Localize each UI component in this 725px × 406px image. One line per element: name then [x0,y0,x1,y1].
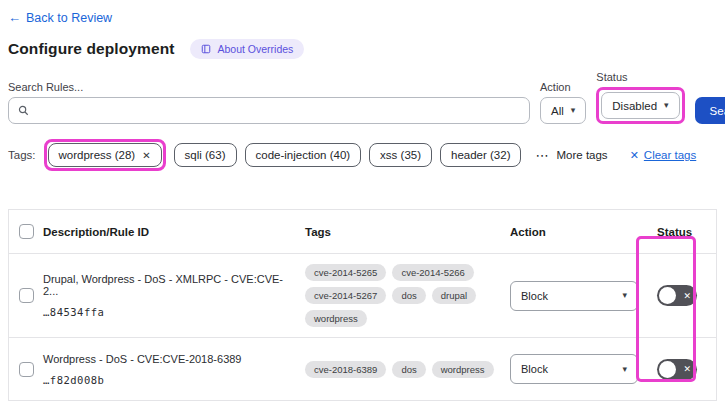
back-arrow-icon: ← [8,11,21,24]
status-toggle[interactable]: ✕ [657,359,697,380]
tags-cell: cve-2014-5265cve-2014-5266cve-2014-5267d… [305,264,510,327]
tag-pill: cve-2014-5267 [305,287,386,304]
tag-pill: dos [392,361,425,378]
ellipsis-icon: ⋯ [535,149,549,162]
row-checkbox-cell [9,362,43,377]
chevron-down-icon: ▾ [571,106,576,115]
rule-description: Drupal, Wordpress - DoS - XMLRPC - CVE:C… [43,273,291,297]
action-cell: Block▾ [510,354,647,384]
search-button[interactable]: Search [695,97,725,124]
col-header-description: Description/Rule ID [43,226,305,238]
action-dropdown-value: All [551,105,564,117]
action-cell: Block▾ [510,281,647,311]
col-header-action: Action [510,226,647,238]
status-dropdown[interactable]: Disabled ▾ [601,92,679,119]
about-overrides-label: About Overrides [217,43,293,55]
filter-row: Search Rules... Action All ▾ Status Disa… [8,71,717,124]
header-checkbox-cell [9,224,43,239]
row-checkbox[interactable] [19,362,34,377]
status-toggle[interactable]: ✕ [657,285,697,306]
tag-pill: wordpress [305,310,367,327]
search-rules-label: Search Rules... [8,81,530,93]
configure-deployment-page: ← Back to Review Configure deployment Ab… [0,0,725,406]
clear-x-icon: ✕ [630,149,639,162]
tag-chip[interactable]: header (32) [440,143,521,167]
description-cell: Wordpress - DoS - CVE:CVE-2018-6389…f82d… [43,353,305,386]
action-select[interactable]: Block▾ [510,281,638,311]
status-filter-group: Status Disabled ▾ [596,71,684,124]
chevron-down-icon: ▾ [664,101,669,110]
table-row: Wordpress - DoS - CVE:CVE-2018-6389…f82d… [9,338,716,400]
more-tags-label: More tags [556,149,607,161]
chevron-down-icon: ▾ [622,291,627,300]
tags-cell: cve-2018-6389doswordpress [305,361,510,378]
status-cell: ✕ [647,359,716,380]
status-dropdown-highlight: Disabled ▾ [596,87,684,124]
select-all-checkbox[interactable] [19,224,34,239]
rule-description: Wordpress - DoS - CVE:CVE-2018-6389 [43,353,291,365]
book-icon [201,44,211,54]
status-dropdown-value: Disabled [612,100,657,112]
tag-chip-list: sqli (63)code-injection (40)xss (35)head… [174,143,530,167]
description-cell: Drupal, Wordpress - DoS - XMLRPC - CVE:C… [43,273,305,318]
toggle-knob [659,287,676,304]
action-dropdown[interactable]: All ▾ [540,97,586,124]
tag-chip-label: wordpress (28) [59,149,136,161]
search-icon [18,105,29,116]
col-header-status: Status [647,226,716,238]
tag-chip[interactable]: xss (35) [369,143,432,167]
tag-pill: cve-2014-5265 [305,264,386,281]
table-row: Drupal, Wordpress - DoS - XMLRPC - CVE:C… [9,254,716,338]
tag-pill: dos [392,287,425,304]
tag-chip-wordpress[interactable]: wordpress (28) ✕ [48,143,162,167]
page-title: Configure deployment [8,40,174,58]
tag-pill: cve-2014-5266 [392,264,473,281]
x-icon: ✕ [683,365,691,374]
title-row: Configure deployment About Overrides [8,39,717,59]
rules-table: Description/Rule ID Tags Action Status D… [8,209,717,401]
about-overrides-badge[interactable]: About Overrides [190,39,304,59]
clear-tags-label: Clear tags [644,149,696,161]
table-body: Drupal, Wordpress - DoS - XMLRPC - CVE:C… [9,254,716,400]
back-to-review-link[interactable]: ← Back to Review [8,11,112,25]
back-link-label: Back to Review [26,11,112,25]
col-header-tags: Tags [305,226,510,238]
toggle-knob [659,361,676,378]
selected-tag-highlight: wordpress (28) ✕ [44,139,166,171]
x-icon: ✕ [683,291,691,300]
tags-filter-row: Tags: wordpress (28) ✕ sqli (63)code-inj… [8,139,717,171]
tags-label: Tags: [8,149,36,161]
table-header-row: Description/Rule ID Tags Action Status [9,210,716,254]
search-group: Search Rules... [8,81,530,124]
row-checkbox[interactable] [19,288,34,303]
search-rules-input[interactable] [36,104,520,118]
search-box[interactable] [8,97,530,124]
action-select[interactable]: Block▾ [510,354,638,384]
tag-pill: drupal [432,287,476,304]
action-label: Action [540,81,586,93]
tag-chip[interactable]: sqli (63) [174,143,237,167]
action-select-value: Block [521,290,548,302]
more-tags-button[interactable]: ⋯ More tags [535,149,607,162]
close-icon[interactable]: ✕ [142,150,150,161]
tag-pill: wordpress [432,361,494,378]
status-cell: ✕ [647,285,716,306]
tag-chip[interactable]: code-injection (40) [245,143,362,167]
action-select-value: Block [521,363,548,375]
status-label: Status [596,71,684,83]
chevron-down-icon: ▾ [622,365,627,374]
rule-id: …84534ffa [43,306,291,318]
tag-pill: cve-2018-6389 [305,361,386,378]
clear-tags-link[interactable]: ✕ Clear tags [630,149,697,162]
rule-id: …f82d008b [43,374,291,386]
action-filter-group: Action All ▾ [540,81,586,124]
row-checkbox-cell [9,288,43,303]
